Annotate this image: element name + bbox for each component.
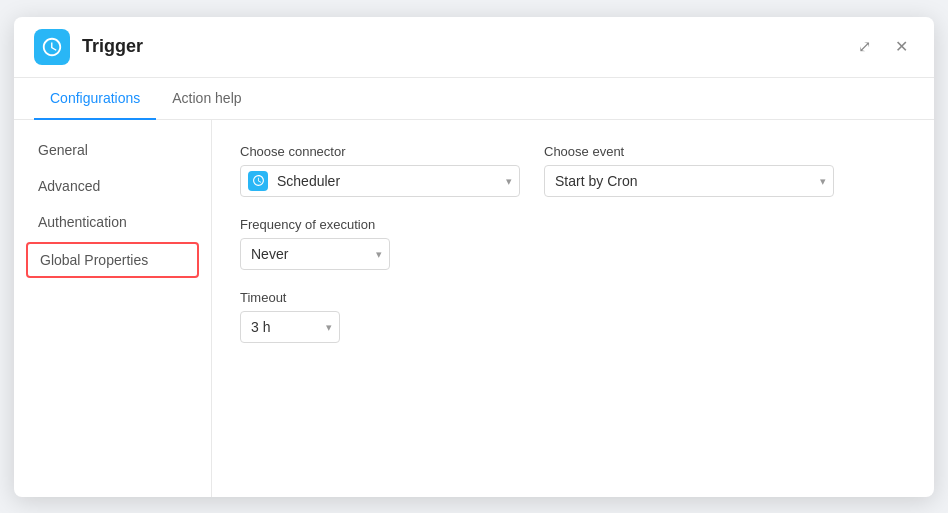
- connector-event-row: Choose connector Scheduler HTTP Email FT…: [240, 144, 906, 197]
- timeout-label: Timeout: [240, 290, 340, 305]
- event-select[interactable]: Start by Cron Start by Schedule Start Ma…: [544, 165, 834, 197]
- event-label: Choose event: [544, 144, 834, 159]
- header-left: Trigger: [34, 29, 143, 65]
- connector-select[interactable]: Scheduler HTTP Email FTP: [240, 165, 520, 197]
- modal-body: General Advanced Authentication Global P…: [14, 120, 934, 497]
- frequency-select[interactable]: Never Every minute Every hour Every day: [240, 238, 390, 270]
- sidebar-item-global-properties[interactable]: Global Properties: [26, 242, 199, 278]
- tabs-bar: Configurations Action help: [14, 78, 934, 120]
- clock-icon: [41, 36, 63, 58]
- tab-configurations[interactable]: Configurations: [34, 78, 156, 120]
- close-button[interactable]: ✕: [889, 35, 914, 58]
- connector-label: Choose connector: [240, 144, 520, 159]
- maximize-button[interactable]: ⤢: [852, 35, 877, 58]
- frequency-group: Frequency of execution Never Every minut…: [240, 217, 390, 270]
- event-select-wrapper: Start by Cron Start by Schedule Start Ma…: [544, 165, 834, 197]
- connector-select-wrapper: Scheduler HTTP Email FTP ▾: [240, 165, 520, 197]
- modal-title: Trigger: [82, 36, 143, 57]
- timeout-group: Timeout 1 h 2 h 3 h 6 h 12 h ▾: [240, 290, 340, 343]
- timeout-select-wrapper: 1 h 2 h 3 h 6 h 12 h ▾: [240, 311, 340, 343]
- timeout-select[interactable]: 1 h 2 h 3 h 6 h 12 h: [240, 311, 340, 343]
- trigger-modal: Trigger ⤢ ✕ Configurations Action help G…: [14, 17, 934, 497]
- modal-controls: ⤢ ✕: [852, 35, 914, 58]
- content-area: Choose connector Scheduler HTTP Email FT…: [212, 120, 934, 497]
- frequency-select-wrapper: Never Every minute Every hour Every day …: [240, 238, 390, 270]
- sidebar: General Advanced Authentication Global P…: [14, 120, 212, 497]
- modal-header: Trigger ⤢ ✕: [14, 17, 934, 78]
- sidebar-item-authentication[interactable]: Authentication: [14, 204, 211, 240]
- timeout-row: Timeout 1 h 2 h 3 h 6 h 12 h ▾: [240, 290, 906, 343]
- frequency-label: Frequency of execution: [240, 217, 390, 232]
- tab-action-help[interactable]: Action help: [156, 78, 257, 120]
- sidebar-item-advanced[interactable]: Advanced: [14, 168, 211, 204]
- event-group: Choose event Start by Cron Start by Sche…: [544, 144, 834, 197]
- sidebar-item-general[interactable]: General: [14, 132, 211, 168]
- connector-group: Choose connector Scheduler HTTP Email FT…: [240, 144, 520, 197]
- trigger-icon: [34, 29, 70, 65]
- frequency-row: Frequency of execution Never Every minut…: [240, 217, 906, 270]
